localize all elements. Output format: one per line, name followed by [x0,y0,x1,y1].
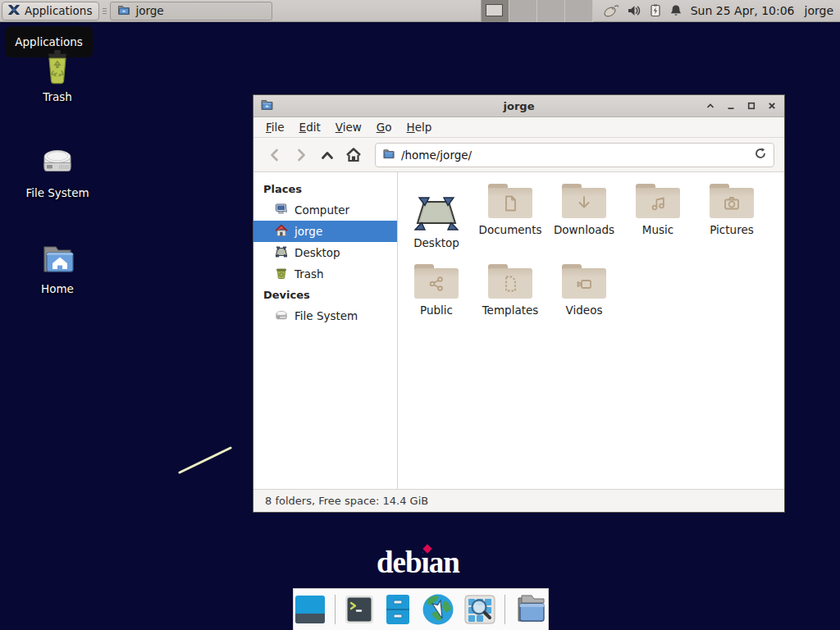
folder-item-music[interactable]: Music [621,184,695,249]
file-cabinet-icon[interactable] [383,592,413,627]
folder-label: Public [420,304,453,317]
toolbar: /home/jorge/ [253,138,784,172]
folder-item-downloads[interactable]: Downloads [547,184,621,249]
back-button[interactable] [263,144,286,167]
sidebar-item-computer[interactable]: Computer [253,199,397,221]
path-input[interactable]: /home/jorge/ [401,148,748,162]
window-folder-icon [260,98,274,114]
up-button[interactable] [316,144,339,167]
path-bar[interactable]: /home/jorge/ [375,143,774,167]
folder-icon-template [488,264,532,299]
debian-logo: debian [377,544,467,582]
sidebar-item-trash[interactable]: Trash [253,263,397,285]
sidebar-item-label: jorge [294,225,322,238]
mouse-icon[interactable] [603,3,619,18]
home-button[interactable] [342,144,365,167]
taskbar-window-button[interactable]: jorge [110,2,272,21]
shade-button[interactable] [705,100,716,112]
folder-icon-camera [710,184,754,218]
desktop-icon-trash[interactable]: Trash [18,47,97,103]
folder-icon-document [488,184,532,218]
folder-icon-download [562,184,606,218]
file-manager-icon[interactable] [514,592,548,627]
workspace-switcher [481,0,593,22]
desktop-icon-label: Home [18,282,97,295]
folder-label: Downloads [554,223,614,236]
workspace-3[interactable] [537,0,565,22]
sidebar-item-file-system[interactable]: File System [253,305,397,326]
folder-icon-music [636,184,680,218]
show-desktop-icon[interactable] [294,592,326,627]
desktop-icon-file-system[interactable]: File System [18,143,97,199]
sidebar-item-label: Computer [294,203,349,217]
applications-menu-label: Applications [25,4,92,17]
menubar: File Edit View Go Help [253,117,784,138]
forward-button[interactable] [290,144,313,167]
workspace-4[interactable] [565,0,593,22]
statusbar-text: 8 folders, Free space: 14.4 GiB [265,495,428,507]
workspace-1[interactable] [482,0,509,22]
menu-edit[interactable]: Edit [292,118,328,136]
sidebar-places-header: Places [253,179,397,199]
top-panel: Applications jorge [0,0,840,22]
folder-icon-video [562,264,606,299]
home-folder-icon [18,239,97,278]
xfce-applications-icon [7,3,21,19]
folder-item-documents[interactable]: Documents [473,184,547,249]
panel-clock[interactable]: Sun 25 Apr, 10:06 [691,4,795,17]
menu-file[interactable]: File [258,118,292,136]
panel-username[interactable]: jorge [805,4,833,17]
sidebar-item-label: File System [294,309,358,322]
folder-label: Documents [479,223,542,236]
computer-icon [275,203,288,218]
desktop-icon [275,245,288,261]
volume-icon[interactable] [627,4,641,17]
folder-label: Videos [566,304,603,317]
folder-item-templates[interactable]: Templates [473,264,547,317]
system-tray [603,3,682,18]
menu-view[interactable]: View [328,118,369,136]
hard-drive-icon [275,308,288,324]
menu-help[interactable]: Help [399,118,440,136]
app-finder-icon[interactable] [463,592,496,627]
panel-handle[interactable] [101,2,108,21]
path-folder-icon [382,148,395,162]
trash-icon [275,267,288,282]
folder-label: Templates [482,304,539,317]
folder-label: Desktop [413,236,459,249]
folder-label: Music [642,223,673,236]
close-button[interactable] [766,100,778,112]
battery-icon[interactable] [649,4,662,17]
user-home-icon [275,224,288,240]
sidebar-item-label: Trash [294,267,324,281]
sidebar-item-label: Desktop [294,246,340,259]
file-manager-window: jorge File Edit View Go Help [253,94,785,513]
desktop-icon-label: File System [18,186,97,199]
folder-item-videos[interactable]: Videos [547,264,621,317]
sidebar-devices-header: Devices [253,285,397,305]
sidebar: Places Computer [253,172,398,489]
workspace-2[interactable] [509,0,537,22]
sidebar-item-desktop[interactable]: Desktop [253,242,397,263]
terminal-icon[interactable] [344,592,375,627]
folder-item-desktop[interactable]: Desktop [399,184,473,249]
minimize-button[interactable] [725,100,737,112]
sidebar-item-jorge[interactable]: jorge [253,221,397,242]
bottom-dock [293,588,549,630]
hard-drive-icon [18,143,97,182]
desktop-line-artifact [178,445,232,475]
folder-view[interactable]: Desktop Documents [398,172,784,489]
web-browser-icon[interactable] [421,592,455,627]
folder-item-public[interactable]: Public [399,264,473,317]
applications-menu-button[interactable]: Applications [2,2,99,21]
maximize-button[interactable] [746,100,757,112]
notifications-bell-icon[interactable] [669,4,682,17]
debian-wordmark: debian [377,546,459,579]
desktop-icon [414,184,459,231]
folder-item-pictures[interactable]: Pictures [695,184,769,249]
window-titlebar[interactable]: jorge [253,95,784,117]
menu-go[interactable]: Go [369,118,399,136]
reload-icon[interactable] [754,147,767,162]
desktop-icon-home[interactable]: Home [18,239,97,295]
desktop-icon-label: Trash [18,90,97,103]
